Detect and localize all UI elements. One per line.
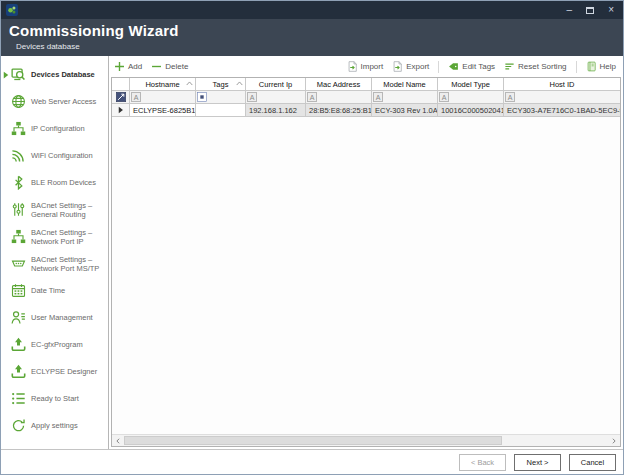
sidebar-item-apply-settings[interactable]: Apply settings xyxy=(3,412,108,439)
filter-cell-host-id[interactable]: A xyxy=(504,91,620,104)
window-controls: – × xyxy=(567,5,618,15)
add-button[interactable]: Add xyxy=(114,61,142,72)
horizontal-scrollbar[interactable] xyxy=(112,434,620,446)
toolbar-separator xyxy=(576,61,577,73)
toolbar: AddDelete ImportExportEdit TagsReset Sor… xyxy=(109,56,623,77)
sidebar-item-bacnet-settings-network-port-ip[interactable]: BACnet Settings –Network Port IP xyxy=(3,223,108,250)
minimize-icon[interactable]: – xyxy=(567,5,573,15)
clear-filter-cell[interactable] xyxy=(112,91,130,104)
page-subtitle: Devices database xyxy=(16,42,615,51)
page-title: Commissioning Wizard xyxy=(9,22,615,39)
import-icon xyxy=(347,61,358,72)
add-plus-icon xyxy=(114,61,125,72)
column-header-hostname[interactable]: Hostname xyxy=(130,78,196,91)
toolbar-button-label: Reset Sorting xyxy=(518,62,566,71)
cell-host-id[interactable]: ECY303-A7E716C0-1BAD-5EC9-92B8-EA xyxy=(504,104,620,117)
calendar-icon xyxy=(11,283,26,298)
network-port-icon xyxy=(11,229,26,244)
toolbar-button-label: Export xyxy=(406,62,429,71)
sidebar-item-ec-gfxprogram[interactable]: EC-gfxProgram xyxy=(3,331,108,358)
sidebar-item-label: Apply settings xyxy=(31,421,78,430)
column-header-mac-address[interactable]: Mac Address xyxy=(306,78,372,91)
column-header-model-name[interactable]: Model Name xyxy=(372,78,438,91)
cell-model-name[interactable]: ECY-303 Rev 1.0A xyxy=(372,104,438,117)
scrollbar-thumb[interactable] xyxy=(124,436,502,445)
sidebar-item-label: Web Server Access xyxy=(31,97,96,106)
cell-tags[interactable] xyxy=(196,104,246,117)
main-panel: AddDelete ImportExportEdit TagsReset Sor… xyxy=(109,56,623,449)
filter-cell-current-ip[interactable]: A xyxy=(246,91,306,104)
toolbar-right: ImportExportEdit TagsReset SortingHelp xyxy=(347,61,616,73)
serial-connector-icon xyxy=(11,256,26,271)
export-button[interactable]: Export xyxy=(392,61,429,72)
filter-cell-hostname[interactable]: A xyxy=(130,91,196,104)
sidebar-item-date-time[interactable]: Date Time xyxy=(3,277,108,304)
delete-button[interactable]: Delete xyxy=(151,61,188,72)
reset-sorting-icon xyxy=(504,61,515,72)
footer-bar: < BackNext >Cancel xyxy=(1,449,623,474)
sidebar-item-ip-configuration[interactable]: IP Configuration xyxy=(3,115,108,142)
filter-cell-model-name[interactable]: A xyxy=(372,91,438,104)
a-filter-icon: A xyxy=(373,92,383,102)
checklist-icon xyxy=(11,391,26,406)
a-filter-icon: A xyxy=(505,92,515,102)
header-band: Commissioning Wizard Devices database xyxy=(1,19,623,56)
filter-cell-tags[interactable] xyxy=(196,91,246,104)
close-icon[interactable]: × xyxy=(608,5,614,15)
filter-cell-model-type[interactable]: A xyxy=(438,91,504,104)
toolbar-button-label: Add xyxy=(128,62,142,71)
clear-filter-icon xyxy=(116,92,126,102)
sidebar-item-web-server-access[interactable]: Web Server Access xyxy=(3,88,108,115)
column-header-current-ip[interactable]: Current Ip xyxy=(246,78,306,91)
back-button[interactable]: < Back xyxy=(459,454,506,471)
app-icon xyxy=(6,4,18,16)
sidebar: Devices DatabaseWeb Server AccessIP Conf… xyxy=(1,56,109,449)
sidebar-item-bacnet-settings-general-routing[interactable]: BACnet Settings –General Routing xyxy=(3,196,108,223)
column-header-label: Current Ip xyxy=(259,80,292,89)
reset-sorting-button[interactable]: Reset Sorting xyxy=(504,61,566,72)
sidebar-item-user-management[interactable]: User Management xyxy=(3,304,108,331)
sidebar-item-wifi-configuration[interactable]: WiFi Configuration xyxy=(3,142,108,169)
filter-cell-mac-address[interactable]: A xyxy=(306,91,372,104)
maximize-icon[interactable] xyxy=(586,7,594,14)
next-button[interactable]: Next > xyxy=(514,454,561,471)
cell-model-type[interactable]: 10016C0005020418 xyxy=(438,104,504,117)
delete-minus-icon xyxy=(151,61,162,72)
column-header-model-type[interactable]: Model Type xyxy=(438,78,504,91)
cancel-button[interactable]: Cancel xyxy=(569,454,616,471)
export-icon xyxy=(392,61,403,72)
sidebar-item-ble-room-devices[interactable]: BLE Room Devices xyxy=(3,169,108,196)
column-header-label: Model Name xyxy=(383,80,426,89)
column-header-tags[interactable]: Tags xyxy=(196,78,246,91)
sidebar-item-label: BACnet Settings –Network Port IP xyxy=(31,228,92,246)
column-header-host-id[interactable]: Host ID xyxy=(504,78,620,91)
sidebar-item-label: WiFi Configuration xyxy=(31,151,93,160)
a-filter-icon: A xyxy=(131,92,141,102)
commissioning-wizard-window: – × Commissioning Wizard Devices databas… xyxy=(0,0,624,475)
column-header-label: Model Type xyxy=(451,80,490,89)
sidebar-item-ready-to-start[interactable]: Ready to Start xyxy=(3,385,108,412)
cell-current-ip[interactable]: 192.168.1.162 xyxy=(246,104,306,117)
toolbar-left: AddDelete xyxy=(114,61,188,72)
sidebar-item-label: Devices Database xyxy=(31,70,95,79)
row-selector-cell[interactable] xyxy=(112,104,130,117)
help-icon xyxy=(586,61,597,72)
scrollbar-track[interactable] xyxy=(124,435,608,446)
scroll-left-icon[interactable] xyxy=(112,435,124,446)
sidebar-item-bacnet-settings-network-port-ms-tp[interactable]: BACnet Settings –Network Port MS/TP xyxy=(3,250,108,277)
cell-mac-address[interactable]: 28:B5:E8:68:25:B1 xyxy=(306,104,372,117)
sidebar-item-devices-database[interactable]: Devices Database xyxy=(3,61,108,88)
sidebar-item-label: Date Time xyxy=(31,286,65,295)
help-button[interactable]: Help xyxy=(586,61,616,72)
table-row[interactable]: ECLYPSE-6825B1192.168.1.16228:B5:E8:68:2… xyxy=(112,104,620,117)
edit-tags-icon xyxy=(448,61,459,72)
tags-filter-icon xyxy=(197,92,207,102)
sidebar-item-eclypse-designer[interactable]: ECLYPSE Designer xyxy=(3,358,108,385)
scroll-right-icon[interactable] xyxy=(608,435,620,446)
apply-icon xyxy=(11,418,26,433)
edit-tags-button[interactable]: Edit Tags xyxy=(448,61,495,72)
import-button[interactable]: Import xyxy=(347,61,384,72)
sidebar-item-label: BACnet Settings –Network Port MS/TP xyxy=(31,255,99,273)
column-header-label: Tags xyxy=(213,80,229,89)
cell-hostname[interactable]: ECLYPSE-6825B1 xyxy=(130,104,196,117)
